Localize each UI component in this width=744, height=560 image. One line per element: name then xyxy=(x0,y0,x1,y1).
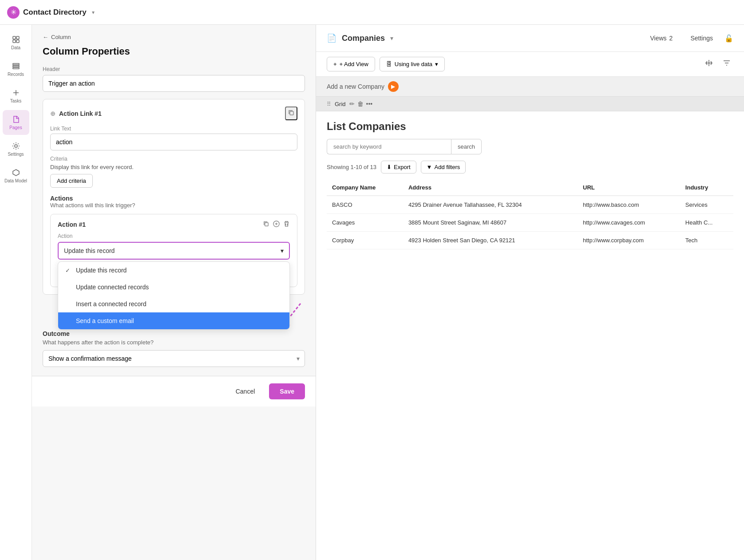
table-row[interactable]: Corpbay 4923 Holden Street San Diego, CA… xyxy=(327,232,733,249)
search-bar: search xyxy=(327,139,733,154)
cell-industry: Tech xyxy=(680,232,733,249)
sidebar-item-records[interactable]: Records xyxy=(3,57,29,82)
dropdown-item-send-email[interactable]: Send a custom email xyxy=(58,312,289,329)
column-resize-button[interactable] xyxy=(702,56,716,72)
cell-address: 4923 Holden Street San Diego, CA 92121 xyxy=(403,232,578,249)
header-field-label: Header xyxy=(43,66,305,72)
settings-button[interactable]: Settings xyxy=(684,31,719,45)
action-dropdown-trigger[interactable]: Update this record ▾ xyxy=(58,242,290,260)
delete-grid-icon[interactable]: 🗑 xyxy=(357,100,364,107)
results-count: Showing 1-10 of 13 xyxy=(327,164,376,170)
dropdown-item-label: Send a custom email xyxy=(76,317,134,324)
link-text-label: Link Text xyxy=(50,126,297,132)
results-bar: Showing 1-10 of 13 ⬇ Export ▼ Add filter… xyxy=(327,161,733,174)
add-criteria-button[interactable]: Add criteria xyxy=(50,174,93,188)
dropdown-item-update-record[interactable]: ✓ Update this record xyxy=(58,262,289,279)
topbar-chevron-icon[interactable]: ▾ xyxy=(92,9,95,16)
cell-industry: Health C... xyxy=(680,214,733,232)
copy-action-link-button[interactable] xyxy=(285,106,297,120)
add-company-bar: Add a new Company ▶ xyxy=(316,77,744,97)
add-view-button[interactable]: + + Add View xyxy=(327,57,375,71)
cell-company-name: Cavages xyxy=(327,214,403,232)
export-icon: ⬇ xyxy=(387,164,392,170)
dropdown-item-insert-connected[interactable]: Insert a connected record xyxy=(58,296,289,312)
col-header-company-name: Company Name xyxy=(327,180,403,196)
criteria-label: Criteria xyxy=(50,156,297,162)
live-data-chevron-icon: ▾ xyxy=(435,61,438,67)
sidebar-label-tasks: Tasks xyxy=(10,99,22,103)
col-header-url: URL xyxy=(578,180,680,196)
outcome-description: What happens after the action is complet… xyxy=(43,339,305,346)
app-title: Contact Directory xyxy=(23,8,87,17)
check-icon: ✓ xyxy=(65,267,72,274)
svg-rect-4 xyxy=(13,63,19,65)
cell-address: 3885 Mount Street Saginaw, MI 48607 xyxy=(403,214,578,232)
save-button[interactable]: Save xyxy=(269,383,305,399)
action-dropdown-menu: ✓ Update this record Update connected re… xyxy=(58,261,290,330)
cell-url: http://www.corpbay.com xyxy=(578,232,680,249)
search-button[interactable]: search xyxy=(451,139,482,154)
sidebar-label-data-model: Data Model xyxy=(4,178,27,183)
companies-chevron-icon[interactable]: ▾ xyxy=(390,35,393,42)
plus-icon: + xyxy=(333,61,337,67)
outcome-section: Outcome What happens after the action is… xyxy=(43,330,305,367)
filter-toggle-button[interactable] xyxy=(720,56,733,72)
cancel-button[interactable]: Cancel xyxy=(227,383,264,399)
add-company-label: Add a new Company xyxy=(327,83,384,90)
export-button[interactable]: ⬇ Export xyxy=(381,161,416,174)
sidebar-item-tasks[interactable]: Tasks xyxy=(3,83,29,108)
delete-action-icon[interactable] xyxy=(283,221,290,229)
table-row[interactable]: Cavages 3885 Mount Street Saginaw, MI 48… xyxy=(327,214,733,232)
sidebar: Data Records Tasks Pages Settings Data M… xyxy=(0,25,32,560)
dropdown-selected-value: Update this record xyxy=(64,247,115,254)
link-text-input[interactable] xyxy=(50,134,297,150)
cell-url: http://www.basco.com xyxy=(578,196,680,214)
add-filters-button[interactable]: ▼ Add filters xyxy=(421,161,466,174)
outcome-select[interactable]: Show a confirmation message xyxy=(43,350,305,367)
database-icon: 🗄 xyxy=(386,61,392,67)
lock-icon: 🔓 xyxy=(724,34,733,43)
sidebar-item-data-model[interactable]: Data Model xyxy=(3,163,29,188)
cell-url: http://www.cavages.com xyxy=(578,214,680,232)
add-company-button[interactable]: Add a new Company ▶ xyxy=(327,81,399,92)
grid-drag-icon: ⠿ xyxy=(327,101,331,107)
cell-address: 4295 Drainer Avenue Tallahassee, FL 3230… xyxy=(403,196,578,214)
table-header-row: Company Name Address URL Industry xyxy=(327,180,733,196)
dropdown-chevron-icon: ▾ xyxy=(281,247,284,254)
dropdown-item-update-connected[interactable]: Update connected records xyxy=(58,279,289,296)
sidebar-item-settings[interactable]: Settings xyxy=(3,137,29,162)
actions-label: Actions xyxy=(50,195,297,202)
sidebar-label-data: Data xyxy=(11,45,20,50)
more-grid-icon[interactable]: ••• xyxy=(366,100,373,107)
table-row[interactable]: BASCO 4295 Drainer Avenue Tallahassee, F… xyxy=(327,196,733,214)
outcome-label: Outcome xyxy=(43,330,305,337)
live-data-button[interactable]: 🗄 Using live data ▾ xyxy=(380,57,445,71)
add-badge: ▶ xyxy=(388,81,399,92)
sidebar-item-data[interactable]: Data xyxy=(3,30,29,55)
add-view-label: + Add View xyxy=(340,61,368,67)
add-action-icon[interactable] xyxy=(273,221,280,229)
edit-grid-icon[interactable]: ✏ xyxy=(349,100,355,107)
col-header-address: Address xyxy=(403,180,578,196)
search-input[interactable] xyxy=(327,139,451,154)
action-dropdown: Update this record ▾ ✓ Update this recor… xyxy=(58,242,290,260)
sidebar-label-pages: Pages xyxy=(9,125,22,130)
export-label: Export xyxy=(394,164,411,170)
add-filters-label: Add filters xyxy=(434,164,460,170)
companies-header: 📄 Companies ▾ Views 2 Settings 🔓 xyxy=(316,25,744,52)
drag-icon: ⊕ xyxy=(50,110,55,117)
svg-point-7 xyxy=(15,145,17,147)
views-button[interactable]: Views 2 xyxy=(644,31,679,45)
back-link[interactable]: ← Column xyxy=(43,34,305,40)
sidebar-item-pages[interactable]: Pages xyxy=(3,110,29,135)
copy-action-icon[interactable] xyxy=(263,221,269,229)
list-title: List Companies xyxy=(327,120,733,133)
dropdown-item-label: Insert a connected record xyxy=(76,300,146,308)
col-header-industry: Industry xyxy=(680,180,733,196)
topbar: ✳ Contact Directory ▾ xyxy=(0,0,744,25)
cell-industry: Services xyxy=(680,196,733,214)
header-input[interactable] xyxy=(43,75,305,92)
main-layout: Data Records Tasks Pages Settings Data M… xyxy=(0,25,744,560)
criteria-description: Display this link for every record. xyxy=(50,164,297,170)
svg-rect-2 xyxy=(13,40,16,43)
